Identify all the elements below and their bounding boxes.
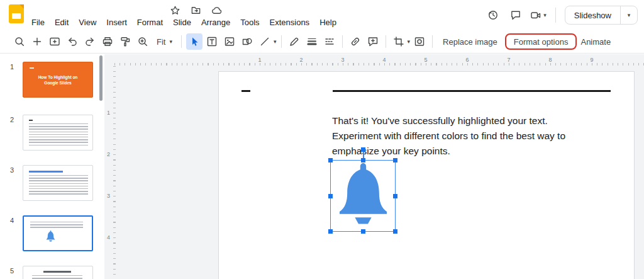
history-clock-icon — [487, 9, 499, 21]
crop-image-button[interactable] — [391, 33, 407, 50]
insert-link-button[interactable] — [347, 33, 364, 50]
border-color-button[interactable] — [286, 33, 303, 50]
slide-number: 3 — [10, 166, 14, 174]
ruler-number: 4 — [104, 234, 113, 241]
redo-button[interactable] — [82, 33, 98, 50]
resize-handle-sw[interactable] — [328, 229, 333, 234]
move-folder-icon[interactable] — [191, 5, 201, 16]
thumb-heading-bar — [43, 271, 71, 273]
video-camera-icon — [530, 9, 541, 21]
menu-file[interactable]: File — [26, 16, 50, 30]
slide-number: 4 — [10, 217, 14, 224]
slideshow-button[interactable]: Slideshow — [565, 6, 620, 24]
long-line-object[interactable] — [333, 90, 611, 92]
menu-slide[interactable]: Slide — [168, 16, 196, 30]
animate-button[interactable]: Animate — [575, 34, 616, 50]
vertical-ruler[interactable]: 1 2 3 4 — [104, 66, 116, 279]
paint-roller-icon — [119, 36, 131, 47]
bell-shape-thumbnail — [45, 231, 56, 242]
print-button[interactable] — [99, 33, 116, 50]
text-box-button[interactable] — [204, 33, 220, 50]
rotation-handle[interactable] — [361, 147, 365, 152]
paint-format-button[interactable] — [117, 33, 133, 50]
app-header: File Edit View Insert Format Slide Arran… — [0, 0, 644, 30]
ruler-number: 7 — [507, 57, 510, 63]
slides-logo-icon[interactable] — [9, 4, 24, 23]
menu-extensions[interactable]: Extensions — [265, 16, 315, 30]
resize-handle-nw[interactable] — [328, 158, 333, 162]
google-slides-window: File Edit View Insert Format Slide Arran… — [0, 0, 644, 279]
select-tool-button[interactable] — [186, 33, 203, 50]
insert-line-button[interactable] — [257, 33, 273, 50]
thumb-text-lines — [32, 275, 82, 279]
mask-image-button[interactable] — [411, 33, 428, 50]
menu-view[interactable]: View — [74, 16, 101, 30]
line-icon — [259, 36, 270, 47]
printer-icon — [102, 36, 113, 47]
thumb-title-dash — [30, 67, 34, 69]
chevron-down-icon: ▾ — [274, 39, 277, 45]
zoom-button[interactable] — [135, 33, 151, 50]
slide-thumbnail-4[interactable] — [23, 215, 93, 251]
border-weight-button[interactable] — [304, 33, 320, 50]
resize-handle-se[interactable] — [393, 229, 397, 234]
menu-help[interactable]: Help — [314, 16, 341, 30]
filmstrip-scrollbar[interactable] — [99, 55, 103, 101]
zoom-select[interactable]: Fit ▾ — [152, 35, 177, 49]
short-line-object[interactable] — [242, 90, 250, 92]
slide-thumbnail-2[interactable] — [23, 115, 93, 151]
crop-icon — [393, 36, 404, 47]
slideshow-control: Slideshow ▾ — [565, 6, 638, 25]
insert-image-button[interactable] — [221, 33, 238, 50]
undo-button[interactable] — [64, 33, 80, 50]
menu-format[interactable]: Format — [132, 16, 168, 30]
slide-thumbnail-1[interactable]: How To Highlight on Google Slides — [23, 62, 93, 98]
toolbar-separator — [432, 35, 433, 48]
slide-thumbnail-5[interactable] — [23, 266, 93, 279]
cloud-status-icon[interactable] — [211, 5, 222, 16]
horizontal-ruler[interactable]: 1 2 3 4 5 6 7 8 9 — [104, 54, 644, 66]
comments-button[interactable] — [508, 7, 524, 23]
slide-page[interactable]: That's it! You've successfully highlight… — [218, 71, 635, 279]
resize-handle-s[interactable] — [361, 229, 365, 234]
menu-tools[interactable]: Tools — [235, 16, 264, 30]
slide-text-block[interactable]: That's it! You've successfully highlight… — [332, 113, 565, 159]
new-slide-button[interactable] — [29, 33, 45, 50]
star-icon[interactable] — [170, 5, 180, 16]
resize-handle-w[interactable] — [328, 194, 333, 198]
menu-arrange[interactable]: Arrange — [196, 16, 235, 30]
zoom-in-icon — [137, 36, 148, 47]
insert-shape-button[interactable] — [239, 33, 255, 50]
search-menus-button[interactable] — [11, 33, 28, 50]
thumb-title-text: How To Highlight on Google Slides — [31, 74, 85, 86]
thumb-heading-bar — [29, 171, 63, 173]
header-right-controls: ▾ Slideshow ▾ — [485, 6, 638, 25]
slideshow-dropdown[interactable]: ▾ — [621, 6, 637, 24]
toolbar-separator — [281, 35, 282, 48]
bell-shape[interactable] — [333, 163, 394, 229]
chevron-down-icon: ▾ — [408, 39, 411, 45]
border-dash-button[interactable] — [321, 33, 338, 50]
add-comment-button[interactable] — [365, 33, 381, 50]
replace-image-button[interactable]: Replace image — [437, 34, 503, 50]
resize-handle-n[interactable] — [361, 158, 365, 162]
resize-handle-ne[interactable] — [393, 158, 397, 162]
slide-thumbnail-3[interactable] — [23, 165, 93, 201]
menu-edit[interactable]: Edit — [50, 16, 74, 30]
shape-selection-box[interactable] — [330, 160, 396, 232]
resize-handle-e[interactable] — [393, 194, 397, 198]
toolbar-separator — [386, 35, 386, 48]
new-slide-layout-button[interactable] — [47, 33, 63, 50]
meet-button[interactable]: ▾ — [530, 9, 547, 21]
ruler-number: 1 — [104, 110, 113, 116]
search-icon — [14, 36, 25, 47]
version-history-button[interactable] — [485, 7, 501, 23]
thumb-text-dash — [29, 120, 33, 121]
format-options-button[interactable]: Format options — [508, 34, 574, 50]
toolbar-separator — [181, 35, 182, 48]
insert-line-control: ▾ — [257, 33, 277, 50]
header-divider — [555, 8, 556, 23]
border-weight-icon — [306, 36, 318, 47]
undo-icon — [67, 36, 78, 47]
menu-insert[interactable]: Insert — [101, 16, 132, 30]
